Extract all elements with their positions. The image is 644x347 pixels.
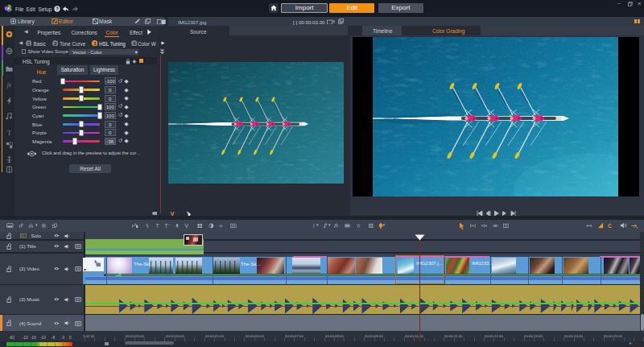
svg-text:fx: fx	[6, 81, 11, 89]
svg-text:T: T	[6, 129, 11, 136]
svg-text:3: 3	[93, 40, 96, 45]
svg-text:2: 2	[54, 40, 56, 45]
svg-text:G: G	[341, 19, 343, 23]
svg-text:?: ?	[56, 6, 59, 11]
svg-text:1: 1	[27, 40, 30, 45]
